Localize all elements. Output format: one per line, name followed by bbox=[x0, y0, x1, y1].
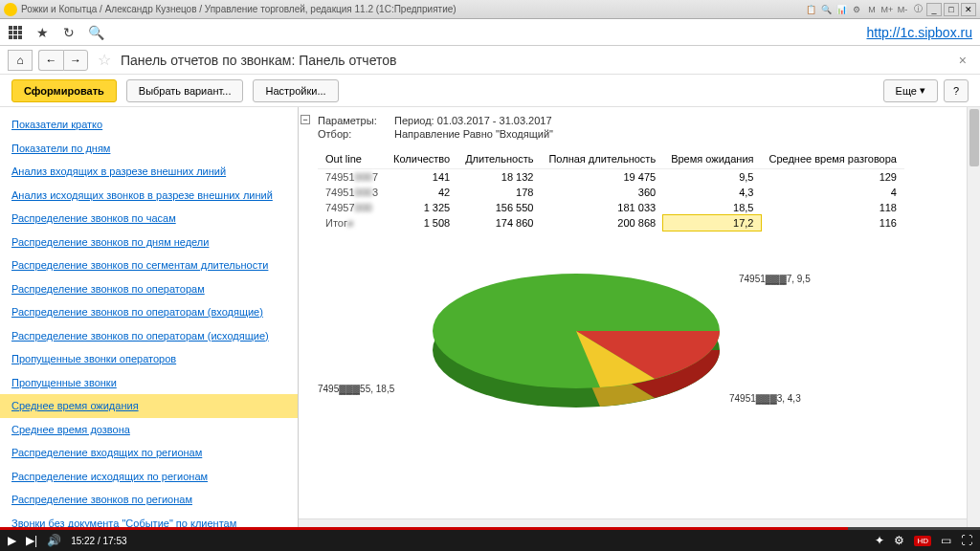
report-table: Out lineКоличествоДлительностьПолная дли… bbox=[318, 149, 904, 231]
help-button[interactable]: ? bbox=[944, 79, 969, 102]
calc-m[interactable]: M bbox=[865, 3, 879, 16]
apps-grid-icon[interactable] bbox=[8, 25, 23, 40]
report-list-sidebar[interactable]: Показатели краткоПоказатели по днямАнали… bbox=[0, 107, 299, 530]
calc-mminus[interactable]: M- bbox=[896, 3, 909, 16]
subtitles-icon[interactable]: ✦ bbox=[875, 534, 884, 547]
app-toolbar: ★ ↻ 🔍 http://1c.sipbox.ru bbox=[0, 19, 980, 46]
sidebar-item[interactable]: Распределение звонков по регионам bbox=[0, 488, 298, 512]
settings-icon[interactable]: ⚙ bbox=[894, 534, 904, 547]
table-row: 749510003421783604,34 bbox=[318, 185, 904, 200]
history-icon[interactable]: ↻ bbox=[61, 25, 77, 40]
video-time: 15:22 / 17:53 bbox=[71, 536, 126, 546]
page-close-button[interactable]: × bbox=[953, 53, 972, 68]
report-parameters: Параметры:Период: 01.03.2017 - 31.03.201… bbox=[318, 115, 961, 140]
table-header: Среднее время разговора bbox=[761, 149, 904, 169]
pie-label: 74951▓▓▓7, 9,5 bbox=[739, 274, 811, 284]
vertical-scrollbar[interactable] bbox=[967, 107, 980, 530]
forward-button[interactable]: → bbox=[63, 50, 88, 71]
favorite-icon[interactable]: ★ bbox=[34, 25, 50, 40]
calc-mplus[interactable]: M+ bbox=[880, 3, 894, 16]
page-title: Панель отчетов по звонкам: Панель отчето… bbox=[121, 53, 396, 68]
report-panel: − Параметры:Период: 01.03.2017 - 31.03.2… bbox=[299, 107, 980, 530]
window-title: Рожки и Копытца / Александр Кузнецов / У… bbox=[21, 4, 804, 14]
info-icon[interactable]: ⓘ bbox=[911, 3, 924, 16]
table-header: Количество bbox=[386, 149, 457, 169]
pie-chart: 7495▓▓▓55, 18,5 74951▓▓▓7, 9,5 74951▓▓▓3… bbox=[318, 250, 961, 441]
sidebar-item[interactable]: Показатели по дням bbox=[0, 137, 298, 161]
maximize-button[interactable]: □ bbox=[944, 3, 959, 16]
fullscreen-icon[interactable]: ⛶ bbox=[961, 534, 972, 547]
toolbar-mini-icon[interactable]: ⚙ bbox=[850, 3, 863, 16]
theater-icon[interactable]: ▭ bbox=[941, 534, 951, 547]
table-header: Out line bbox=[318, 149, 386, 169]
external-link[interactable]: http://1c.sipbox.ru bbox=[866, 25, 972, 40]
pie-label: 74951▓▓▓3, 4,3 bbox=[729, 393, 801, 404]
window-titlebar: Рожки и Копытца / Александр Кузнецов / У… bbox=[0, 0, 980, 19]
sidebar-item[interactable]: Анализ входящих в разрезе внешних линий bbox=[0, 160, 298, 184]
sidebar-item[interactable]: Пропущенные звонки операторов bbox=[0, 347, 298, 371]
sidebar-item[interactable]: Распределение входящих по регионам bbox=[0, 441, 298, 465]
table-row: 749570001 325156 550181 03318,5118 bbox=[318, 200, 904, 215]
search-icon[interactable]: 🔍 bbox=[88, 25, 103, 40]
sidebar-item[interactable]: Распределение звонков по операторам (исх… bbox=[0, 324, 298, 348]
more-button[interactable]: Еще ▾ bbox=[883, 79, 938, 102]
volume-icon[interactable]: 🔊 bbox=[47, 534, 61, 547]
table-header: Длительность bbox=[457, 149, 541, 169]
sidebar-item[interactable]: Распределение звонков по операторам bbox=[0, 277, 298, 301]
sidebar-item[interactable]: Среднее время дозвона bbox=[0, 418, 298, 442]
action-bar: Сформировать Выбрать вариант... Настройк… bbox=[0, 75, 980, 107]
sidebar-item[interactable]: Анализ исходящих звонков в разрезе внешн… bbox=[0, 184, 298, 208]
back-button[interactable]: ← bbox=[38, 50, 63, 71]
sidebar-item[interactable]: Среднее время ожидания bbox=[0, 394, 298, 418]
breadcrumb: ⌂ ← → ☆ Панель отчетов по звонкам: Панел… bbox=[0, 46, 980, 75]
table-row: 74951000714118 13219 4759,5129 bbox=[318, 169, 904, 186]
settings-button[interactable]: Настройки... bbox=[253, 79, 338, 102]
next-button[interactable]: ▶| bbox=[26, 534, 37, 547]
pie-label: 7495▓▓▓55, 18,5 bbox=[318, 384, 394, 394]
sidebar-item[interactable]: Пропущенные звонки bbox=[0, 371, 298, 395]
sidebar-item[interactable]: Распределение звонков по дням недели bbox=[0, 231, 298, 254]
generate-button[interactable]: Сформировать bbox=[11, 79, 117, 102]
sidebar-item[interactable]: Распределение звонков по операторам (вхо… bbox=[0, 300, 298, 324]
hd-icon[interactable]: HD bbox=[914, 536, 931, 546]
bookmark-star-icon[interactable]: ☆ bbox=[98, 51, 111, 69]
sidebar-item[interactable]: Распределение исходящих по регионам bbox=[0, 465, 298, 489]
close-button[interactable]: ✕ bbox=[961, 3, 976, 16]
collapse-handle[interactable]: − bbox=[301, 115, 310, 124]
sidebar-item[interactable]: Распределение звонков по сегментам длите… bbox=[0, 253, 298, 277]
play-button[interactable]: ▶ bbox=[8, 534, 16, 547]
toolbar-mini-icon[interactable]: 🔍 bbox=[819, 3, 833, 16]
table-header: Полная длительность bbox=[541, 149, 663, 169]
sidebar-item[interactable]: Показатели кратко bbox=[0, 113, 298, 137]
table-total-row: Итоги1 508174 860200 86817,2116 bbox=[318, 215, 904, 231]
video-controls: ▶ ▶| 🔊 15:22 / 17:53 ✦ ⚙ HD ▭ ⛶ bbox=[0, 530, 980, 551]
minimize-button[interactable]: _ bbox=[926, 3, 942, 16]
sidebar-item[interactable]: Распределение звонков по часам bbox=[0, 207, 298, 231]
toolbar-mini-icon[interactable]: 📋 bbox=[804, 3, 817, 16]
content-area: Показатели краткоПоказатели по днямАнали… bbox=[0, 107, 980, 530]
home-button[interactable]: ⌂ bbox=[8, 50, 33, 71]
toolbar-mini-icon[interactable]: 📊 bbox=[835, 3, 848, 16]
table-header: Время ожидания bbox=[663, 149, 761, 169]
select-variant-button[interactable]: Выбрать вариант... bbox=[126, 79, 244, 102]
app-icon bbox=[4, 3, 17, 16]
